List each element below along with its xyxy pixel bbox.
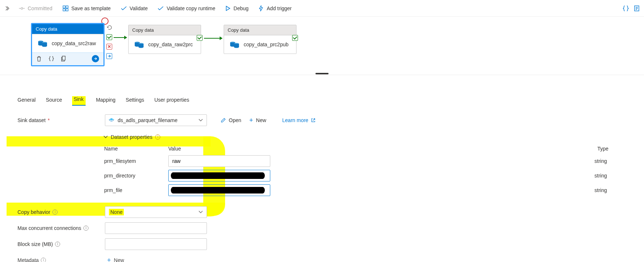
debug-button[interactable]: Debug — [221, 3, 253, 14]
properties-icon[interactable] — [632, 4, 641, 13]
delete-icon[interactable] — [36, 56, 42, 62]
metadata-new-button[interactable]: + New — [105, 257, 126, 262]
external-link-icon — [311, 118, 315, 122]
tab-mapping[interactable]: Mapping — [96, 97, 115, 106]
param-name: prm_filesytem — [104, 158, 168, 164]
info-icon[interactable] — [55, 242, 60, 247]
param-value-input[interactable] — [168, 184, 270, 196]
info-icon[interactable] — [52, 210, 58, 215]
sink-dataset-label-text: Sink dataset — [17, 117, 46, 123]
block-size-row: Block size (MB) — [17, 236, 627, 252]
activity-body: copy_data_raw2prc — [129, 35, 201, 54]
template-icon — [63, 5, 68, 11]
svg-rect-3 — [63, 6, 65, 8]
info-icon[interactable] — [83, 226, 89, 231]
go-icon[interactable] — [92, 55, 99, 62]
block-size-label-text: Block size (MB) — [17, 241, 53, 247]
copy-icon[interactable] — [61, 56, 66, 62]
validate-button[interactable]: Validate — [117, 3, 152, 14]
block-size-label: Block size (MB) — [17, 241, 101, 247]
metadata-label: Metadata — [17, 257, 101, 262]
braces-icon[interactable] — [621, 4, 630, 13]
learn-more-label: Learn more — [282, 117, 309, 123]
param-value-cell — [168, 155, 278, 167]
copy-behavior-row: Copy behavior None — [17, 204, 627, 220]
param-name: prm_directory — [104, 173, 168, 179]
max-conn-input[interactable] — [105, 222, 207, 234]
metadata-new-label: New — [114, 257, 124, 262]
activity-body: copy_data_prc2pub — [224, 35, 296, 54]
sink-form: Sink dataset * ds_adls_parquet_filename … — [0, 106, 644, 262]
tab-settings[interactable]: Settings — [126, 97, 144, 106]
new-dataset-button[interactable]: + New — [247, 117, 268, 124]
learn-more-link[interactable]: Learn more — [280, 117, 318, 123]
info-icon[interactable] — [41, 258, 46, 262]
param-type: string — [594, 187, 624, 193]
redacted-value — [171, 172, 265, 179]
table-header: Name Value Type — [101, 144, 627, 154]
chevron-down-icon — [103, 136, 108, 138]
activity-name: copy_data_prc2pub — [244, 42, 288, 47]
dataset-properties-label: Dataset properties — [111, 134, 152, 140]
tab-sink[interactable]: Sink — [72, 96, 86, 106]
sink-dataset-value: ds_adls_parquet_filename — [118, 117, 177, 123]
table-row: prm_filestring — [101, 183, 627, 198]
copy-behavior-label: Copy behavior — [17, 209, 101, 215]
param-name: prm_file — [104, 187, 168, 193]
block-size-input[interactable] — [105, 238, 207, 250]
check-icon — [158, 6, 164, 11]
tab-general[interactable]: General — [17, 97, 36, 106]
validate-label: Validate — [130, 5, 148, 11]
play-icon — [225, 6, 231, 11]
pipeline-canvas[interactable]: Copy data copy_data_src2raw Copy data co… — [0, 17, 644, 75]
plus-icon: + — [249, 117, 253, 124]
validate-copy-runtime-button[interactable]: Validate copy runtime — [153, 3, 220, 14]
sink-dataset-select[interactable]: ds_adls_parquet_filename — [105, 114, 207, 126]
tab-source[interactable]: Source — [46, 97, 62, 106]
success-port-icon[interactable] — [106, 34, 112, 40]
svg-rect-6 — [66, 9, 68, 11]
panel-resize-handle[interactable] — [315, 73, 329, 74]
success-port-icon[interactable] — [292, 35, 298, 41]
col-name-header: Name — [104, 146, 168, 152]
param-type: string — [594, 173, 624, 179]
dataset-properties-toggle[interactable]: Dataset properties — [101, 133, 162, 141]
activity-body: copy_data_src2raw — [32, 34, 103, 52]
braces-icon[interactable] — [49, 56, 54, 61]
skip-port-icon[interactable] — [106, 53, 112, 59]
param-value-input[interactable] — [168, 170, 270, 181]
undo-port-icon[interactable] — [106, 25, 112, 31]
open-dataset-button[interactable]: Open — [219, 117, 243, 123]
table-row: prm_filesytemstring — [101, 154, 627, 168]
col-value-header: Value — [168, 146, 278, 152]
expand-panel-icon[interactable] — [3, 3, 13, 14]
sink-dataset-label: Sink dataset * — [17, 117, 101, 123]
activity-tabs: General Source Sink Mapping Settings Use… — [0, 93, 644, 106]
validate-copy-runtime-label: Validate copy runtime — [166, 5, 215, 11]
committed-button: Committed — [15, 3, 57, 14]
tab-user-properties[interactable]: User properties — [154, 97, 189, 106]
debug-label: Debug — [233, 5, 248, 11]
connector-arrow — [204, 38, 222, 39]
success-port-icon[interactable] — [197, 35, 203, 41]
add-trigger-button[interactable]: Add trigger — [254, 3, 296, 14]
param-type: string — [594, 158, 624, 164]
failure-port-icon[interactable] — [106, 44, 112, 50]
svg-rect-4 — [66, 6, 68, 8]
activity-toolbar — [32, 52, 103, 65]
plus-icon: + — [107, 257, 111, 262]
activity-name: copy_data_raw2prc — [148, 42, 193, 47]
activity-node-copy-src2raw[interactable]: Copy data copy_data_src2raw — [31, 23, 104, 66]
metadata-row: Metadata + New — [17, 252, 627, 262]
info-icon[interactable] — [155, 134, 160, 140]
check-icon — [121, 6, 127, 11]
copy-data-icon — [134, 40, 144, 48]
activity-header: Copy data — [129, 25, 201, 35]
add-trigger-label: Add trigger — [267, 5, 291, 11]
copy-behavior-select[interactable]: None — [105, 206, 207, 218]
save-template-button[interactable]: Save as template — [58, 3, 115, 14]
max-conn-label: Max concurrent connections — [17, 225, 101, 231]
activity-node-copy-raw2prc[interactable]: Copy data copy_data_raw2prc — [128, 25, 201, 54]
activity-node-copy-prc2pub[interactable]: Copy data copy_data_prc2pub — [224, 25, 297, 54]
param-value-input[interactable] — [168, 155, 270, 167]
